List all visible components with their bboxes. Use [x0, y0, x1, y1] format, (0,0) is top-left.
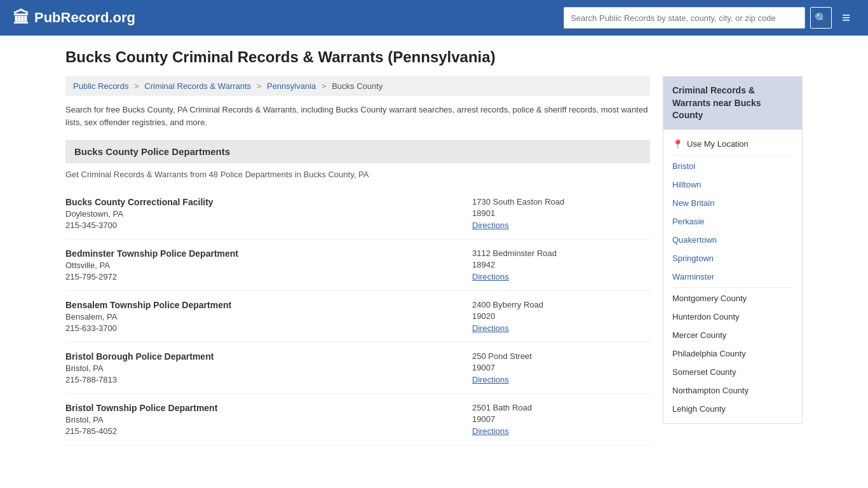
sidebar-item-county[interactable]: Somerset County — [663, 363, 802, 381]
dept-address-block: 1730 South Easton Road 18901 Directions — [472, 197, 650, 230]
dept-city: Bensalem, PA — [65, 312, 472, 322]
sidebar-header: Criminal Records & Warrants near Bucks C… — [663, 77, 802, 130]
dept-zip: 18901 — [472, 208, 650, 218]
dept-zip: 19007 — [472, 414, 650, 424]
location-icon: 📍 — [672, 139, 683, 149]
dept-name: Bristol Township Police Department — [65, 403, 472, 413]
dept-phone: 215-795-2972 — [65, 272, 472, 281]
dept-phone: 215-788-7813 — [65, 375, 472, 384]
dept-street: 250 Pond Street — [472, 351, 650, 361]
breadcrumb-bucks-county: Bucks County — [332, 81, 383, 91]
dept-city: Bristol, PA — [65, 363, 472, 373]
sidebar-item-county[interactable]: Hunterdon County — [663, 308, 802, 326]
site-header: 🏛 PubRecord.org 🔍 ≡ — [0, 0, 868, 36]
breadcrumb-pennsylvania[interactable]: Pennsylvania — [267, 81, 316, 91]
menu-button[interactable]: ≡ — [837, 7, 855, 29]
dept-info: Bristol Township Police Department Brist… — [65, 403, 472, 436]
directions-link[interactable]: Directions — [472, 220, 509, 230]
dept-name: Bristol Borough Police Department — [65, 351, 472, 362]
logo-icon: 🏛 — [13, 8, 29, 28]
logo-text: PubRecord.org — [34, 10, 135, 26]
main-wrapper: Bucks County Criminal Records & Warrants… — [53, 36, 815, 458]
section-header: Bucks County Police Departments — [65, 140, 650, 163]
department-list: Bucks County Correctional Facility Doyle… — [65, 188, 650, 445]
page-title: Bucks County Criminal Records & Warrants… — [65, 48, 803, 66]
search-area: 🔍 ≡ — [564, 7, 855, 29]
dept-address-block: 2501 Bath Road 19007 Directions — [472, 403, 650, 436]
sidebar-item-city[interactable]: Bristol — [663, 157, 802, 175]
sidebar-item-city[interactable]: Springtown — [663, 249, 802, 268]
sidebar-item-city[interactable]: Quakertown — [663, 231, 802, 249]
left-column: Public Records > Criminal Records & Warr… — [65, 76, 650, 445]
dept-phone: 215-633-3700 — [65, 323, 472, 333]
dept-address-block: 250 Pond Street 19007 Directions — [472, 351, 650, 384]
dept-name: Bucks County Correctional Facility — [65, 197, 472, 207]
search-input[interactable] — [564, 7, 805, 29]
breadcrumb-public-records[interactable]: Public Records — [73, 81, 128, 91]
table-row: Bristol Borough Police Department Bristo… — [65, 342, 650, 394]
dept-phone: 215-345-3700 — [65, 220, 472, 230]
sidebar-item-county[interactable]: Mercer County — [663, 326, 802, 344]
table-row: Bristol Township Police Department Brist… — [65, 394, 650, 445]
dept-address-block: 3112 Bedminster Road 18942 Directions — [472, 248, 650, 281]
logo[interactable]: 🏛 PubRecord.org — [13, 8, 135, 28]
right-sidebar: Criminal Records & Warrants near Bucks C… — [663, 76, 803, 445]
sidebar-list: 📍Use My LocationBristolHilltownNew Brita… — [663, 130, 802, 423]
sidebar-item-city[interactable]: Warminster — [663, 268, 802, 286]
search-icon: 🔍 — [815, 12, 827, 24]
dept-zip: 18942 — [472, 260, 650, 269]
dept-address-block: 2400 Byberry Road 19020 Directions — [472, 300, 650, 333]
table-row: Bensalem Township Police Department Bens… — [65, 291, 650, 342]
section-count: Get Criminal Records & Warrants from 48 … — [65, 170, 650, 179]
sidebar-item-city[interactable]: Perkasie — [663, 212, 802, 231]
dept-street: 1730 South Easton Road — [472, 197, 650, 207]
breadcrumb: Public Records > Criminal Records & Warr… — [65, 76, 650, 96]
directions-link[interactable]: Directions — [472, 272, 509, 281]
sidebar-divider — [672, 155, 793, 156]
breadcrumb-criminal-records[interactable]: Criminal Records & Warrants — [144, 81, 251, 91]
table-row: Bedminster Township Police Department Ot… — [65, 240, 650, 291]
dept-street: 2501 Bath Road — [472, 403, 650, 412]
dept-city: Bristol, PA — [65, 415, 472, 424]
content-layout: Public Records > Criminal Records & Warr… — [65, 76, 803, 445]
use-location-label: Use My Location — [687, 139, 749, 149]
directions-link[interactable]: Directions — [472, 426, 509, 436]
dept-city: Ottsville, PA — [65, 261, 472, 270]
dept-phone: 215-785-4052 — [65, 426, 472, 436]
dept-info: Bristol Borough Police Department Bristo… — [65, 351, 472, 384]
sidebar-use-location[interactable]: 📍Use My Location — [663, 135, 802, 154]
dept-street: 2400 Byberry Road — [472, 300, 650, 309]
dept-zip: 19007 — [472, 363, 650, 372]
sidebar-item-city[interactable]: New Britain — [663, 194, 802, 212]
dept-zip: 19020 — [472, 311, 650, 321]
menu-icon: ≡ — [842, 10, 850, 25]
directions-link[interactable]: Directions — [472, 323, 509, 333]
dept-info: Bucks County Correctional Facility Doyle… — [65, 197, 472, 230]
dept-info: Bedminster Township Police Department Ot… — [65, 248, 472, 281]
dept-street: 3112 Bedminster Road — [472, 248, 650, 258]
directions-link[interactable]: Directions — [472, 375, 509, 384]
sidebar-item-county[interactable]: Montgomery County — [663, 289, 802, 308]
dept-name: Bedminster Township Police Department — [65, 248, 472, 259]
dept-info: Bensalem Township Police Department Bens… — [65, 300, 472, 333]
page-description: Search for free Bucks County, PA Crimina… — [65, 104, 650, 128]
sidebar-item-county[interactable]: Northampton County — [663, 381, 802, 400]
sidebar-item-city[interactable]: Hilltown — [663, 175, 802, 194]
table-row: Bucks County Correctional Facility Doyle… — [65, 188, 650, 240]
search-button[interactable]: 🔍 — [810, 7, 832, 29]
dept-name: Bensalem Township Police Department — [65, 300, 472, 310]
sidebar-box: Criminal Records & Warrants near Bucks C… — [663, 76, 803, 424]
sidebar-divider-2 — [672, 287, 793, 288]
sidebar-item-county[interactable]: Philadelphia County — [663, 344, 802, 363]
dept-city: Doylestown, PA — [65, 209, 472, 219]
sidebar-item-county[interactable]: Lehigh County — [663, 400, 802, 418]
